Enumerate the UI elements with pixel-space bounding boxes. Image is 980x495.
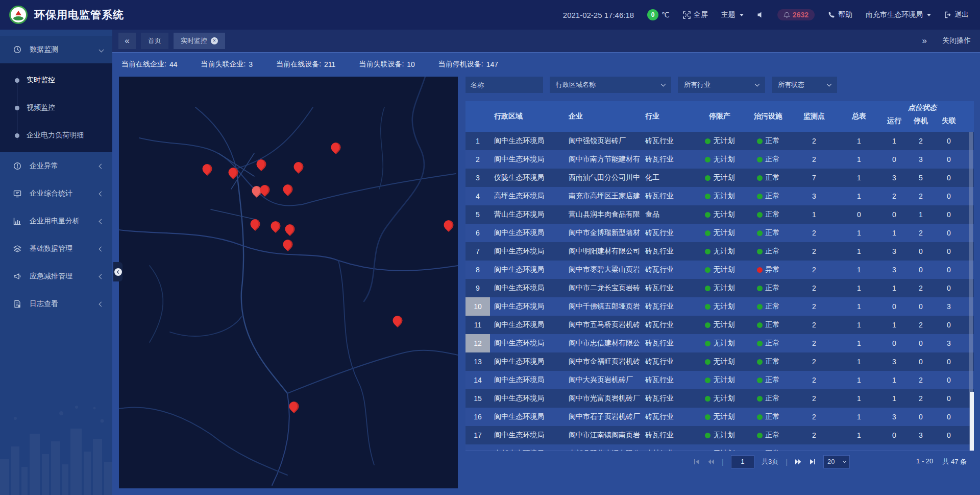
prev-page-button[interactable] (707, 458, 715, 465)
map-roads (119, 77, 458, 488)
table-row[interactable]: 5 营山生态环境局 营山县润丰肉食品有限 食品 无计划 正常 1 0 0 1 0 (465, 205, 974, 224)
table-row[interactable]: 17 阆中生态环境局 阆中市江南镇阆南页岩 砖瓦行业 无计划 正常 2 1 0 … (465, 426, 974, 444)
col-run: 运行 (881, 114, 908, 126)
tab-close-icon[interactable]: × (211, 37, 218, 44)
table-row[interactable]: 12 阆中生态环境局 阆中市忠信建材有限公 砖瓦行业 无计划 正常 2 1 0 … (465, 334, 974, 352)
row-index: 4 (465, 187, 490, 205)
cell-industry: 砖瓦行业 (641, 242, 694, 261)
cell-lost: 0 (934, 408, 974, 426)
header-right: 2021-02-25 17:46:18 0 ℃ 全屏 主题 2632 (563, 9, 980, 20)
table-row[interactable]: 9 阆中生态环境局 阆中市二龙长宝页岩砖 砖瓦行业 无计划 正常 2 1 1 2… (465, 279, 974, 297)
table-row[interactable]: 11 阆中生态环境局 阆中市五马桥页岩机砖 砖瓦行业 无计划 正常 2 1 1 … (465, 316, 974, 334)
table-scrollbar-thumb[interactable] (970, 392, 974, 451)
monitoring-map[interactable] (119, 77, 458, 488)
sidebar-item[interactable]: 企业异常 (0, 152, 112, 180)
status-dot-limit (705, 341, 710, 346)
table-row[interactable]: 14 阆中生态环境局 阆中大兴页岩机砖厂 砖瓦行业 无计划 正常 2 1 1 2… (465, 371, 974, 389)
table-row[interactable]: 6 阆中生态环境局 阆中市金博瑞新型墙材 砖瓦行业 无计划 正常 2 1 1 2… (465, 224, 974, 242)
close-operations-button[interactable]: 关闭操作 (942, 36, 971, 45)
table-row[interactable]: 10 阆中生态环境局 阆中千佛镇五郎垭页岩 砖瓦行业 无计划 正常 2 1 0 … (465, 297, 974, 316)
sidebar-subitem[interactable]: 实时监控 (0, 66, 112, 94)
sidebar-subitem[interactable]: 企业电力负荷明细 (0, 122, 112, 149)
row-index: 13 (465, 352, 490, 371)
tab[interactable]: 首页 (141, 33, 168, 49)
cell-region: 阆中生态环境局 (490, 279, 565, 297)
sidebar-subitem[interactable]: 视频监控 (0, 94, 112, 122)
cell-stop: 0 (908, 334, 934, 352)
mute-button[interactable] (757, 11, 764, 18)
cell-facility: 正常 (745, 205, 791, 224)
status-select[interactable]: 所有状态 (772, 77, 837, 93)
sidebar-collapse-button[interactable] (113, 262, 122, 281)
cell-stop: 2 (908, 279, 934, 297)
sidebar-item[interactable]: 应急减排管理 (0, 263, 112, 290)
sidebar-menu: 数据监测 实时监控 视频监控 企业电力负荷明细 企业异常 企业综合统计 企业用电… (0, 30, 112, 318)
tab[interactable]: 实时监控 × (174, 33, 225, 49)
table-row[interactable]: 18 南部生态环境局 南部县双华水泥有限公 建材行业 无计划 正常 2 1 1 … (465, 444, 974, 451)
table-row[interactable]: 8 阆中生态环境局 阆中市枣碧大梁山页岩 砖瓦行业 无计划 异常 2 1 3 0… (465, 261, 974, 279)
fullscreen-button[interactable]: 全屏 (683, 10, 708, 19)
chevron-icon (99, 47, 104, 52)
table-row[interactable]: 4 高坪生态环境局 南充市高坪区王家店建 砖瓦行业 无计划 正常 3 1 2 2… (465, 187, 974, 205)
cell-facility: 正常 (745, 352, 791, 371)
table-row[interactable]: 1 阆中生态环境局 阆中强锐页岩砖厂 砖瓦行业 无计划 正常 2 1 1 2 0 (465, 132, 974, 150)
industry-select[interactable]: 所有行业 (678, 77, 765, 93)
col-group-point-status: 点位状态 运行 停机 失联 (881, 101, 974, 132)
cell-facility: 正常 (745, 132, 791, 150)
cell-lost: 0 (934, 352, 974, 371)
page-size-select[interactable]: 20 (823, 455, 850, 468)
table-row[interactable]: 7 阆中生态环境局 阆中明阳建材有限公司 砖瓦行业 无计划 正常 2 1 3 0… (465, 242, 974, 261)
chevron-icon (99, 301, 104, 307)
cell-limit: 无计划 (694, 261, 745, 279)
sidebar-item[interactable]: 企业用电量分析 (0, 207, 112, 235)
tabs-scroll-left-button[interactable]: « (118, 33, 136, 49)
table-row[interactable]: 13 阆中生态环境局 阆中市金福旺页岩机砖 砖瓦行业 无计划 正常 2 1 3 … (465, 352, 974, 371)
cell-region: 阆中生态环境局 (490, 408, 565, 426)
row-index: 18 (465, 444, 490, 451)
cell-meter: 1 (837, 187, 881, 205)
table-row[interactable]: 15 阆中生态环境局 阆中市光富页岩机砖厂 砖瓦行业 无计划 正常 2 1 1 … (465, 389, 974, 408)
table-header: 行政区域 企业 行业 停限产 治污设施 监测点 总表 点位状态 运行 (465, 101, 974, 132)
cell-points: 2 (791, 224, 837, 242)
table-row[interactable]: 2 阆中生态环境局 阆中市南方节能建材有 砖瓦行业 无计划 正常 2 1 0 3… (465, 150, 974, 169)
status-dot-limit (705, 230, 710, 236)
cell-lost: 0 (934, 426, 974, 444)
last-page-button[interactable] (809, 458, 816, 465)
cell-meter: 1 (837, 261, 881, 279)
cell-facility: 正常 (745, 169, 791, 187)
cell-company: 阆中市光富页岩机砖厂 (565, 389, 641, 408)
status-dot-limit (705, 396, 710, 402)
cell-industry: 砖瓦行业 (641, 261, 694, 279)
stats-icon (13, 190, 22, 198)
tabs-scroll-right-button[interactable]: » (922, 36, 927, 46)
cell-points: 2 (791, 408, 837, 426)
sidebar-item[interactable]: 企业综合统计 (0, 180, 112, 207)
next-page-button[interactable] (795, 458, 802, 465)
cell-run: 0 (881, 334, 908, 352)
sidebar-item[interactable]: 日志查看 (0, 290, 112, 318)
table-row[interactable]: 16 阆中生态环境局 阆中市石子页岩机砖厂 砖瓦行业 无计划 正常 2 1 3 … (465, 408, 974, 426)
status-dot-facility (757, 359, 763, 365)
region-select-value: 行政区域名称 (556, 80, 596, 89)
table-row[interactable]: 3 仪陇生态环境局 西南油气田分公司川中 化工 无计划 正常 7 1 3 5 0 (465, 169, 974, 187)
cell-industry: 砖瓦行业 (641, 334, 694, 352)
cell-industry: 砖瓦行业 (641, 426, 694, 444)
status-dot-facility (757, 175, 763, 181)
theme-dropdown[interactable]: 主题 (721, 10, 744, 19)
first-page-button[interactable] (693, 458, 700, 465)
notification-badge[interactable]: 2632 (777, 9, 815, 20)
help-button[interactable]: 帮助 (828, 10, 852, 19)
name-search-input[interactable] (465, 77, 543, 93)
sidebar-item[interactable]: 基础数据管理 (0, 235, 112, 263)
page-number-input[interactable] (731, 455, 754, 468)
cell-lost: 0 (934, 224, 974, 242)
cell-limit: 无计划 (694, 205, 745, 224)
sidebar-submenu: 实时监控 视频监控 企业电力负荷明细 (0, 63, 112, 152)
org-dropdown[interactable]: 南充市生态环境局 (866, 10, 931, 19)
sidebar-item[interactable]: 数据监测 (0, 36, 112, 63)
cell-meter: 0 (837, 205, 881, 224)
logout-button[interactable]: 退出 (944, 10, 969, 19)
region-select[interactable]: 行政区域名称 (550, 77, 671, 93)
cell-points: 2 (791, 242, 837, 261)
cell-stop: 0 (908, 261, 934, 279)
